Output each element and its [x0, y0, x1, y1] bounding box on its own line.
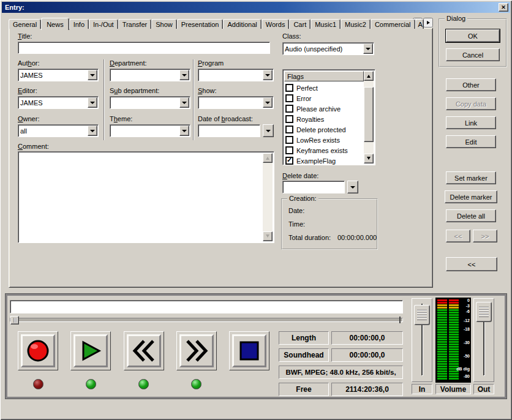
editor-combo-button[interactable]	[88, 97, 97, 108]
flag-checkbox[interactable]	[285, 136, 293, 144]
marker-next-button[interactable]: >>	[473, 230, 497, 242]
show-combo-button[interactable]	[263, 97, 273, 108]
owner-combo[interactable]: all	[18, 124, 99, 137]
stop-button[interactable]	[229, 331, 269, 370]
play-button[interactable]	[70, 331, 111, 370]
class-combo-button[interactable]	[363, 43, 373, 54]
author-combo[interactable]: JAMES	[18, 69, 99, 81]
flag-checkbox[interactable]	[285, 84, 293, 92]
delete-marker-button[interactable]: Delete marker	[445, 190, 497, 203]
flags-scrollbar[interactable]	[364, 71, 374, 163]
flag-checkbox[interactable]	[285, 94, 293, 102]
flag-item-royalties[interactable]: Royalties	[285, 114, 363, 124]
rewind-button[interactable]	[124, 331, 164, 370]
show-combo[interactable]	[198, 96, 274, 109]
tab-label: Words	[266, 21, 285, 28]
theme-combo[interactable]	[110, 124, 190, 137]
owner-combo-button[interactable]	[88, 126, 97, 136]
sub-department-combo-button[interactable]	[179, 97, 189, 108]
position-slider-thumb[interactable]	[10, 316, 19, 324]
title-bar[interactable]: Entry: ✕	[2, 2, 510, 13]
program-combo-button[interactable]	[263, 70, 273, 80]
chevron-down-icon	[266, 130, 271, 135]
flag-item-exampleflag[interactable]: ExampleFlag	[285, 156, 363, 166]
tab-words[interactable]: Words	[262, 19, 290, 29]
tab-cart[interactable]: Cart	[289, 19, 311, 29]
sub-department-combo[interactable]	[110, 96, 190, 109]
delete-date-dropdown-button[interactable]	[347, 181, 358, 193]
tab-partial[interactable]: A	[415, 19, 424, 29]
out-slider-thumb[interactable]	[476, 302, 492, 322]
broadcast-date-dropdown-button[interactable]	[263, 124, 274, 137]
tab-info[interactable]: Info	[69, 19, 89, 29]
tab-commercial[interactable]: Commercial	[371, 19, 415, 29]
tab-general[interactable]: General	[9, 19, 41, 29]
collapse-label: <<	[468, 261, 476, 268]
scroll-down-button[interactable]	[364, 154, 374, 163]
in-level-slider[interactable]	[412, 298, 432, 382]
tab-label: Presentation	[181, 21, 219, 28]
delete-date-input[interactable]	[282, 181, 345, 193]
tab-music1[interactable]: Music1	[311, 19, 341, 29]
marker-prev-button[interactable]: <<	[446, 230, 470, 242]
tab-label: Music1	[315, 21, 336, 28]
waveform-display	[10, 300, 403, 313]
scrollbar-thumb[interactable]	[364, 87, 374, 142]
set-marker-button[interactable]: Set marker	[446, 171, 496, 184]
title-input[interactable]	[18, 42, 270, 54]
program-combo[interactable]	[198, 69, 274, 81]
tab-in-out[interactable]: In-/Out	[89, 19, 118, 29]
flag-label: Delete protected	[296, 126, 346, 133]
in-slider-thumb[interactable]	[414, 305, 430, 325]
editor-combo[interactable]: JAMES	[18, 96, 99, 109]
delete-all-button[interactable]: Delete all	[446, 209, 496, 222]
flag-checkbox[interactable]	[285, 146, 293, 154]
collapse-button[interactable]: <<	[446, 257, 497, 271]
chevron-down-icon	[265, 74, 270, 79]
flag-item-keyframes-exists[interactable]: Keyframes exists	[285, 145, 363, 156]
author-combo-button[interactable]	[88, 70, 97, 80]
flag-checkbox[interactable]	[285, 115, 293, 123]
flags-header[interactable]: Flags	[284, 71, 364, 81]
tab-additional[interactable]: Additional	[223, 19, 261, 29]
position-slider-track[interactable]	[10, 318, 403, 322]
flag-item-error[interactable]: Error	[285, 93, 363, 103]
flag-checkbox[interactable]	[285, 126, 293, 133]
tab-scroll-right-button[interactable]	[423, 18, 433, 28]
scroll-up-button[interactable]	[263, 153, 273, 163]
scroll-up-button[interactable]	[364, 71, 374, 81]
department-combo-button[interactable]	[179, 70, 189, 80]
cancel-button[interactable]: Cancel	[446, 48, 500, 61]
flag-item-lowres-exists[interactable]: LowRes exists	[285, 135, 363, 145]
broadcast-date-input[interactable]	[198, 124, 260, 137]
comment-scrollbar[interactable]	[263, 153, 273, 241]
record-button[interactable]	[18, 331, 58, 370]
comment-input[interactable]	[20, 153, 263, 241]
flag-checkbox[interactable]	[285, 105, 293, 113]
link-button[interactable]: Link	[446, 116, 496, 129]
tab-transfer[interactable]: Transfer	[118, 19, 152, 29]
fast-forward-button[interactable]	[176, 331, 217, 370]
close-button[interactable]: ✕	[499, 3, 508, 12]
tab-presentation[interactable]: Presentation	[177, 19, 224, 29]
flag-item-perfect[interactable]: Perfect	[285, 83, 363, 93]
theme-combo-button[interactable]	[179, 126, 189, 136]
edit-button[interactable]: Edit	[446, 135, 496, 148]
tab-music2[interactable]: Music2	[341, 19, 371, 29]
copy-data-button[interactable]: Copy data	[446, 97, 496, 110]
tab-label: Commercial	[375, 21, 411, 28]
flag-checkbox[interactable]	[285, 157, 293, 165]
owner-label: Owner:	[18, 115, 39, 122]
chevron-down-icon	[90, 74, 95, 79]
flag-item-please-archive[interactable]: Please archive	[285, 103, 363, 114]
flag-item-delete-protected[interactable]: Delete protected	[285, 124, 363, 135]
ok-button[interactable]: OK	[446, 29, 500, 42]
scroll-down-button[interactable]	[263, 231, 273, 241]
department-combo[interactable]	[110, 69, 190, 81]
arrow-up-icon	[266, 155, 269, 160]
class-combo[interactable]: Audio (unspecified)	[282, 42, 374, 55]
tab-show[interactable]: Show	[151, 19, 177, 29]
other-button[interactable]: Other	[446, 78, 496, 91]
out-level-slider[interactable]	[473, 298, 494, 382]
tab-news[interactable]: News	[41, 18, 69, 30]
